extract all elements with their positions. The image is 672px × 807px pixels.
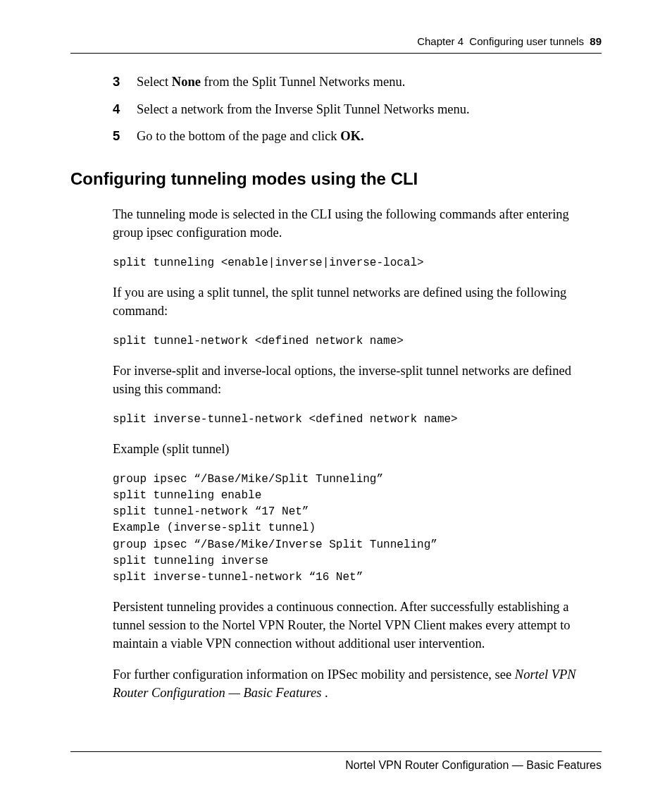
page-number: 89	[590, 35, 602, 47]
step-text: Go to the bottom of the page and click O…	[137, 126, 602, 147]
paragraph: For inverse-split and inverse-local opti…	[113, 362, 602, 399]
footer-text: Nortel VPN Router Configuration — Basic …	[345, 759, 602, 771]
code-block: group ipsec “/Base/Mike/Split Tunneling”…	[113, 472, 602, 586]
numbered-steps: 3 Select None from the Split Tunnel Netw…	[113, 72, 602, 147]
running-footer: Nortel VPN Router Configuration — Basic …	[70, 751, 602, 772]
code-block: split tunneling <enable|inverse|inverse-…	[113, 255, 602, 271]
paragraph: Example (split tunnel)	[113, 441, 602, 459]
paragraph: The tunneling mode is selected in the CL…	[113, 206, 602, 242]
chapter-label: Chapter 4	[417, 35, 463, 47]
step-text: Select None from the Split Tunnel Networ…	[137, 72, 602, 92]
paragraph: For further configuration information on…	[113, 666, 602, 703]
step-4: 4 Select a network from the Inverse Spli…	[113, 99, 602, 120]
paragraph: Persistent tunneling provides a continuo…	[113, 598, 602, 653]
chapter-title: Configuring user tunnels	[469, 35, 584, 47]
step-text: Select a network from the Inverse Split …	[137, 99, 602, 120]
step-number: 5	[113, 126, 137, 147]
step-5: 5 Go to the bottom of the page and click…	[113, 126, 602, 147]
code-block: split tunnel-network <defined network na…	[113, 333, 602, 350]
running-header: Chapter 4 Configuring user tunnels 89	[70, 35, 602, 54]
step-3: 3 Select None from the Split Tunnel Netw…	[113, 72, 602, 92]
step-number: 4	[113, 99, 137, 120]
paragraph: If you are using a split tunnel, the spl…	[113, 284, 602, 321]
code-block: split inverse-tunnel-network <defined ne…	[113, 412, 602, 428]
section-heading: Configuring tunneling modes using the CL…	[70, 169, 602, 189]
step-number: 3	[113, 72, 137, 92]
page-content: 3 Select None from the Split Tunnel Netw…	[70, 72, 602, 703]
